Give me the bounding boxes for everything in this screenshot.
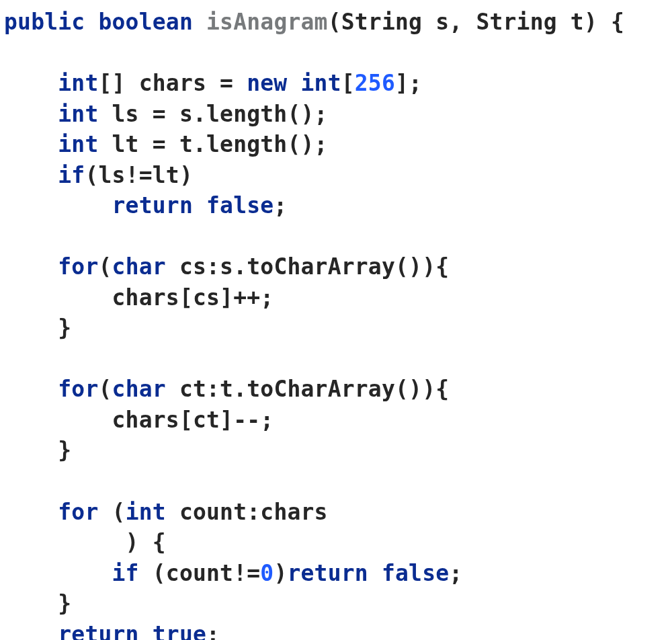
code-token: if <box>112 560 153 586</box>
code-token: (String s, String t) { <box>328 9 625 35</box>
code-line: return false; <box>4 190 668 221</box>
code-token: ls = s.length(); <box>98 101 327 127</box>
code-line: public boolean isAnagram(String s, Strin… <box>4 7 668 38</box>
code-token: for <box>58 253 98 280</box>
code-line: for(char ct:t.toCharArray()){ <box>4 374 668 405</box>
code-token: cs:s.toCharArray()){ <box>166 253 449 280</box>
code-token: ) { <box>112 529 166 555</box>
code-line: for (int count:chars <box>4 497 668 528</box>
code-token: char <box>112 253 166 280</box>
code-token: [] chars = <box>98 70 247 96</box>
code-token: boolean <box>98 9 192 35</box>
code-token: [ <box>341 70 355 96</box>
code-token: count:chars <box>166 499 328 525</box>
code-line: chars[ct]--; <box>4 405 668 436</box>
code-line <box>4 466 668 497</box>
code-token: ( <box>98 253 112 280</box>
code-line: int lt = t.length(); <box>4 129 668 160</box>
code-line <box>4 344 668 374</box>
code-token <box>193 9 206 35</box>
code-token: ( <box>98 376 112 402</box>
code-line: } <box>4 313 668 344</box>
code-token: int <box>58 101 98 127</box>
code-token: (ls!=lt) <box>85 162 193 188</box>
code-token: (count!= <box>153 560 261 586</box>
code-token: } <box>58 437 71 463</box>
code-token: 0 <box>260 560 274 586</box>
code-line: ) { <box>4 527 668 558</box>
code-token: ) <box>274 560 287 586</box>
code-token: return false <box>112 192 274 218</box>
code-token: if <box>58 162 85 188</box>
code-line: chars[cs]++; <box>4 282 668 313</box>
code-line: for(char cs:s.toCharArray()){ <box>4 251 668 282</box>
code-token: return false <box>287 560 449 586</box>
code-token: new int <box>247 70 341 96</box>
code-line <box>4 221 668 252</box>
code-token: public <box>4 9 85 35</box>
code-line: if(ls!=lt) <box>4 160 668 191</box>
code-token: } <box>58 315 71 341</box>
code-line: } <box>4 435 668 466</box>
code-token: int <box>58 70 98 96</box>
code-token: ( <box>112 499 126 525</box>
code-token: chars[cs]++; <box>112 284 274 311</box>
code-token: char <box>112 376 166 402</box>
code-line: } <box>4 588 668 619</box>
code-token: 256 <box>355 70 395 96</box>
code-token: isAnagram <box>206 9 328 35</box>
code-line <box>4 38 668 69</box>
code-line: return true; <box>4 619 668 640</box>
code-token: ; <box>274 192 287 218</box>
code-token: for <box>58 499 112 525</box>
code-token: ]; <box>395 70 422 96</box>
code-token: int <box>58 131 98 157</box>
code-token: ; <box>449 560 462 586</box>
code-line: if (count!=0)return false; <box>4 558 668 589</box>
code-token: } <box>58 590 71 616</box>
code-token: ; <box>206 621 220 640</box>
code-line: int[] chars = new int[256]; <box>4 68 668 99</box>
code-block: public boolean isAnagram(String s, Strin… <box>0 0 672 640</box>
code-token: lt = t.length(); <box>98 131 327 157</box>
code-token <box>85 9 98 35</box>
code-token: int <box>126 499 166 525</box>
code-token: chars[ct]--; <box>112 407 274 433</box>
code-token: for <box>58 376 98 402</box>
code-token: ct:t.toCharArray()){ <box>166 376 449 402</box>
code-token: return true <box>58 621 206 640</box>
code-line: int ls = s.length(); <box>4 99 668 130</box>
